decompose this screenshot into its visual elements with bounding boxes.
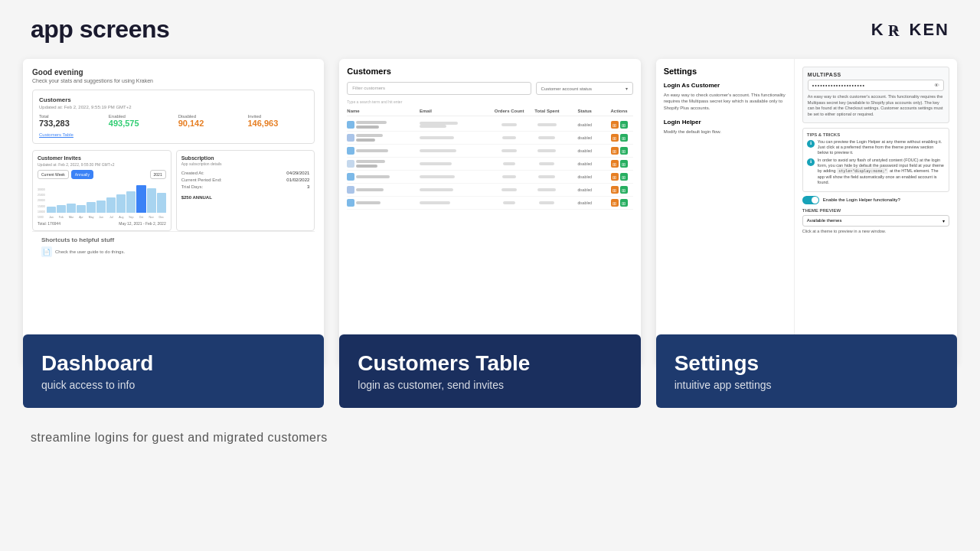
row-spent (530, 149, 564, 152)
info-icon-2: ℹ (807, 158, 815, 166)
table-row: disabled ⊞ ⊞ (347, 184, 632, 197)
sub-period-label: Current Period End: (181, 178, 222, 182)
login-helper-section: Login Helper Modify the default login fl… (664, 119, 786, 135)
action-btn-orange[interactable]: ⊞ (611, 160, 619, 168)
action-btn-green[interactable]: ⊞ (620, 160, 628, 168)
action-btn-green[interactable]: ⊞ (620, 186, 628, 194)
row-orders (492, 136, 527, 139)
toggle-switch[interactable] (802, 196, 819, 204)
row-orders (492, 188, 527, 191)
row-name (347, 186, 416, 194)
bar-dec (157, 193, 166, 213)
table-row: disabled ⊞ ⊞ (347, 171, 632, 184)
y-axis: 30000 25000 20000 15000 10000 5000 (38, 188, 45, 219)
multipass-label: MULTIPASS (808, 72, 944, 77)
main-panels: Good evening Check your stats and sugges… (0, 51, 980, 380)
logo: K R A KEN (871, 19, 949, 41)
row-spent (530, 188, 564, 191)
col-actions-header: Actions (605, 109, 632, 113)
toggle-knob (812, 197, 818, 204)
bar-may (87, 202, 96, 213)
action-btn-green[interactable]: ⊞ (620, 134, 628, 142)
invites-title: Customer Invites (38, 155, 166, 161)
col-email-header: Email (420, 109, 489, 113)
row-email (420, 175, 489, 178)
action-btn-green[interactable]: ⊞ (620, 173, 628, 181)
login-helper-title: Login Helper (664, 119, 786, 126)
settings-title: Settings (664, 67, 786, 76)
customers-table-link[interactable]: Customers Table (39, 132, 308, 137)
row-name (347, 173, 416, 181)
action-btn-green[interactable]: ⊞ (620, 147, 628, 155)
info-icon: ℹ (807, 140, 815, 148)
action-btn-orange[interactable]: ⊞ (611, 134, 619, 142)
overlay-section: Dashboard quick access to info Customers… (0, 334, 980, 408)
total-value: 733,283 (39, 119, 100, 128)
avatar (347, 134, 354, 142)
subscription-box: Subscription App subscription details Cr… (176, 150, 315, 231)
filter-annually[interactable]: Annually (71, 170, 93, 179)
secret-key-input[interactable]: •••••••••••••••••••• 👁 (808, 80, 944, 91)
row-actions: ⊞ ⊞ (605, 199, 632, 207)
bar-aug (116, 194, 126, 213)
action-btn-orange[interactable]: ⊞ (611, 147, 619, 155)
page-title: app screens (31, 15, 169, 44)
customers-panel-title: Customers (347, 67, 632, 76)
logo-text-left: K (871, 20, 885, 40)
theme-preview-label: THEME PREVIEW (802, 208, 949, 213)
table-header: Name Email Orders Count Total Spent Stat… (347, 109, 632, 116)
row-spent (530, 123, 564, 126)
invites-chart: 30000 25000 20000 15000 10000 5000 (38, 182, 166, 219)
action-btn-orange[interactable]: ⊞ (611, 199, 619, 207)
row-actions: ⊞ ⊞ (605, 121, 632, 129)
sub-subtitle: App subscription details (181, 161, 310, 166)
action-btn-orange[interactable]: ⊞ (611, 186, 619, 194)
bar-jun (96, 201, 106, 213)
row-actions: ⊞ ⊞ (605, 186, 632, 194)
disabled-stat: Disabled 90,142 (178, 114, 239, 128)
search-input-display[interactable]: Filter customers (347, 82, 531, 95)
row-name (347, 199, 416, 207)
filter-year[interactable]: 2021 (150, 170, 166, 179)
row-name (347, 147, 416, 155)
customers-table-panel: Customers Filter customers Customer acco… (339, 59, 640, 365)
row-actions: ⊞ ⊞ (605, 147, 632, 155)
chevron-down-icon: ▾ (626, 86, 628, 91)
chevron-down-icon: ▾ (942, 218, 945, 223)
row-email (420, 149, 489, 152)
sub-created-value: 04/29/2021 (286, 171, 309, 175)
invites-updated: Updated at: Feb 2, 2022, 9:55:30 PM GMT+… (38, 162, 166, 167)
shortcut-icon: 📄 (41, 246, 52, 257)
disabled-value: 90,142 (178, 119, 239, 128)
table-row: disabled ⊞ ⊞ (347, 145, 632, 158)
action-btn-green[interactable]: ⊞ (620, 199, 628, 207)
row-email (420, 136, 489, 139)
dashboard-overlay-title: Dashboard (41, 351, 305, 376)
eye-icon[interactable]: 👁 (934, 83, 939, 88)
enabled-stat: Enabled 493,575 (109, 114, 169, 128)
total-stat: Total 733,283 (39, 114, 100, 128)
row-actions: ⊞ ⊞ (605, 173, 632, 181)
avatar (347, 173, 354, 181)
dashboard-greeting: Good evening (32, 68, 315, 77)
theme-note: Click at a theme to preview in a new win… (802, 229, 949, 233)
dashboard-subtitle: Check your stats and suggestions for usi… (32, 78, 315, 83)
logo-icon: R A (887, 19, 908, 41)
page-header: app screens K R A KEN (0, 0, 980, 51)
customers-stats-box: Customers Updated at: Feb 2, 2022, 9:55:… (32, 90, 315, 144)
bar-mar (67, 204, 76, 213)
filter-current-week[interactable]: Current Week (38, 170, 69, 179)
action-btn-orange[interactable]: ⊞ (611, 173, 619, 181)
settings-overlay-card: Settings intuitive app settings (656, 334, 957, 408)
table-row: disabled ⊞ ⊞ (347, 132, 632, 145)
action-btn-orange[interactable]: ⊞ (611, 121, 619, 129)
customer-invites-box: Customer Invites Updated at: Feb 2, 2022… (32, 150, 172, 231)
dashboard-content: Good evening Check your stats and sugges… (23, 59, 324, 271)
settings-right: MULTIPASS •••••••••••••••••••• 👁 An easy… (795, 59, 957, 365)
action-btn-green[interactable]: ⊞ (620, 121, 628, 129)
settings-left: Settings Login As Customer An easy way t… (656, 59, 795, 365)
theme-select[interactable]: Available themes ▾ (802, 215, 949, 227)
row-orders (492, 175, 527, 178)
row-status: disabled (567, 160, 602, 168)
status-filter[interactable]: Customer account status ▾ (536, 82, 633, 95)
